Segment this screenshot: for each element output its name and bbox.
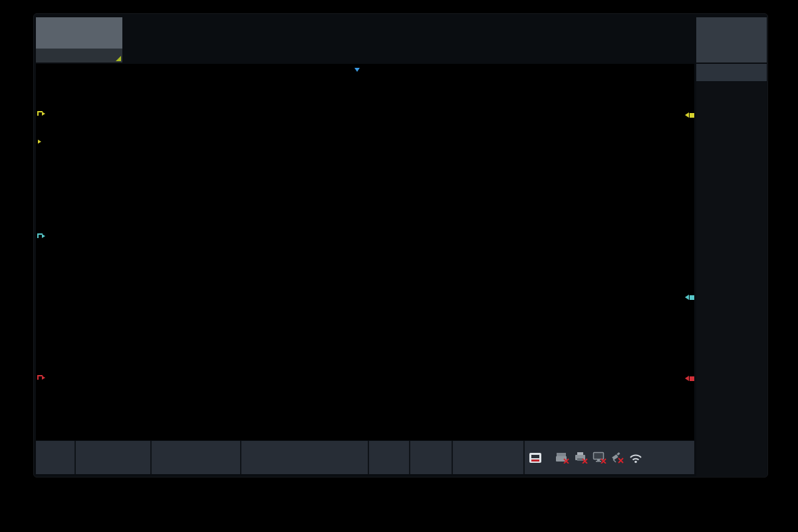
brand-area <box>36 17 122 63</box>
wifi-icon <box>628 452 643 464</box>
right-menu <box>696 64 767 476</box>
printer-icon <box>574 452 588 464</box>
ch1-offset-marker-icon[interactable] <box>37 110 45 117</box>
brand-logo <box>36 17 122 49</box>
rtm3-offset-marker-icon[interactable] <box>37 374 45 381</box>
big-data-analysis[interactable] <box>453 441 523 474</box>
menu-button[interactable] <box>36 49 122 63</box>
ch2-level-marker-icon[interactable] <box>685 295 694 300</box>
trigger-level-marker-icon[interactable] <box>37 140 41 144</box>
acquire-info[interactable] <box>241 441 368 474</box>
ch1-level-marker-icon[interactable] <box>685 112 694 118</box>
menu-corner-triangle-icon <box>116 56 121 61</box>
table-reflection <box>33 481 768 532</box>
ch1-readout <box>109 77 128 85</box>
status-bar <box>36 441 694 474</box>
record-mode <box>369 441 409 474</box>
channel-tab-strip <box>124 17 695 63</box>
acquisition-count <box>76 441 150 474</box>
accumulate <box>410 441 452 474</box>
waveform-display <box>36 64 694 440</box>
group-panel <box>696 17 767 63</box>
trigger-info[interactable] <box>152 441 240 474</box>
device-status-icons <box>525 441 694 474</box>
screen-background <box>0 0 798 532</box>
header-bar <box>36 17 767 63</box>
run-state[interactable] <box>36 441 74 474</box>
ch2-readout <box>213 198 232 205</box>
ssd-icon <box>529 452 542 464</box>
menu-section-title <box>696 64 767 81</box>
gps-icon <box>611 452 624 464</box>
rtm3-level-marker-icon[interactable] <box>685 376 694 381</box>
waveform-plot <box>46 77 684 439</box>
oscilloscope-screen <box>33 13 768 477</box>
rtm3-readout <box>213 319 232 327</box>
ch2-offset-marker-icon[interactable] <box>37 233 45 239</box>
trigger-position-icon[interactable] <box>354 64 360 72</box>
usb-icon <box>555 452 569 464</box>
monitor-icon <box>593 452 606 464</box>
